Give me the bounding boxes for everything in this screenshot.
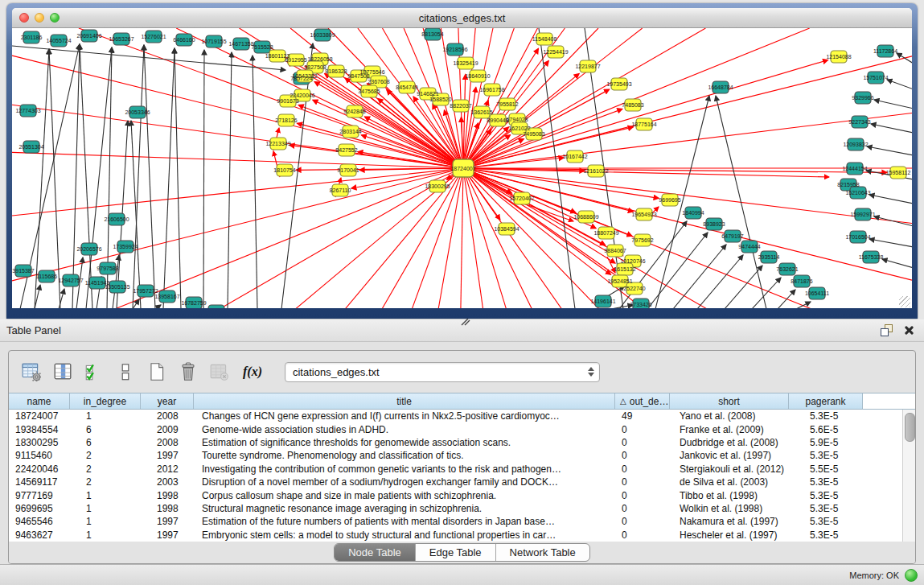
svg-text:1733426: 1733426 bbox=[630, 302, 651, 307]
table-row[interactable]: 1872400712008Changes of HCN gene express… bbox=[9, 410, 902, 422]
column-header-title[interactable]: title bbox=[194, 393, 615, 409]
svg-text:8454749: 8454749 bbox=[396, 84, 417, 90]
tab-node-table[interactable]: Node Table bbox=[335, 544, 416, 561]
table-cell: Corpus callosum shape and size in male p… bbox=[194, 490, 615, 501]
svg-text:9699695: 9699695 bbox=[659, 197, 680, 203]
select-rows-icon[interactable] bbox=[83, 361, 105, 383]
memory-status-label: Memory: OK bbox=[849, 571, 899, 580]
table-cell: 0 bbox=[615, 437, 670, 448]
table-cell: 0 bbox=[615, 463, 670, 475]
svg-text:16782759: 16782759 bbox=[181, 300, 206, 306]
table-column-icon[interactable] bbox=[51, 361, 73, 383]
table-row[interactable]: 946362711997Embryonic stem cells: a mode… bbox=[9, 529, 902, 542]
svg-text:11172864: 11172864 bbox=[873, 48, 897, 54]
table-source-select[interactable]: citations_edges.txt bbox=[285, 362, 600, 382]
table-cell: 2008 bbox=[141, 410, 194, 422]
tab-network-table[interactable]: Network Table bbox=[496, 544, 589, 561]
table-row[interactable]: 946554611997Estimation of the future num… bbox=[9, 515, 902, 528]
float-window-icon[interactable] bbox=[881, 324, 893, 336]
minimize-window-button[interactable] bbox=[35, 13, 44, 23]
svg-text:20053346: 20053346 bbox=[125, 109, 150, 115]
svg-text:1810754: 1810754 bbox=[273, 167, 295, 173]
svg-text:9227343: 9227343 bbox=[848, 119, 870, 125]
table-cell: 1997 bbox=[141, 450, 194, 461]
table-cell: 0 bbox=[615, 516, 670, 527]
svg-text:9884067: 9884067 bbox=[604, 248, 626, 253]
svg-text:6479197: 6479197 bbox=[721, 233, 743, 239]
select-stepper-icon bbox=[585, 363, 598, 381]
svg-text:1615132: 1615132 bbox=[614, 266, 635, 272]
svg-text:6466160: 6466160 bbox=[173, 37, 195, 43]
svg-text:17359924: 17359924 bbox=[113, 244, 138, 249]
table-row[interactable]: 977716911998Corpus callosum shape and si… bbox=[9, 488, 902, 501]
svg-text:12942757: 12942757 bbox=[58, 278, 83, 283]
svg-text:10543382: 10543382 bbox=[292, 73, 317, 79]
window-titlebar[interactable]: citations_edges.txt bbox=[12, 8, 912, 28]
svg-text:12254419: 12254419 bbox=[543, 49, 568, 55]
table-cell: Franke et al. (2009) bbox=[670, 424, 789, 435]
column-header-short[interactable]: short bbox=[670, 393, 789, 409]
svg-text:2367608: 2367608 bbox=[368, 79, 389, 84]
import-table-icon[interactable] bbox=[208, 361, 230, 383]
table-row[interactable]: 969969511998Structural magnetic resonanc… bbox=[9, 502, 902, 515]
scrollbar-thumb[interactable] bbox=[905, 413, 915, 442]
table-row[interactable]: 2242004622012Investigating the contribut… bbox=[9, 463, 902, 476]
zoom-window-button[interactable] bbox=[50, 13, 60, 23]
table-cell: 0 bbox=[615, 450, 670, 461]
svg-text:19735493: 19735493 bbox=[606, 81, 631, 87]
table-cell: 5.3E-5 bbox=[789, 410, 863, 422]
close-icon[interactable] bbox=[904, 325, 914, 336]
svg-text:9797588: 9797588 bbox=[97, 266, 118, 271]
traffic-lights bbox=[19, 13, 60, 23]
svg-text:1840994: 1840994 bbox=[682, 210, 704, 216]
svg-text:10120746: 10120746 bbox=[620, 258, 645, 264]
delete-icon[interactable] bbox=[177, 361, 199, 383]
svg-text:7515528: 7515528 bbox=[251, 44, 273, 50]
table-cell: Tourette syndrome. Phenomenology and cla… bbox=[194, 450, 615, 461]
table-toolbar: f(x) citations_edges.txt bbox=[9, 351, 915, 393]
svg-text:16210643: 16210643 bbox=[845, 190, 870, 196]
table-settings-icon[interactable] bbox=[20, 361, 42, 383]
function-builder-icon[interactable]: f(x) bbox=[243, 365, 262, 379]
svg-text:16648784: 16648784 bbox=[708, 84, 733, 90]
table-cell: 18300295 bbox=[9, 437, 70, 448]
svg-text:15958112: 15958112 bbox=[886, 170, 911, 175]
svg-text:10384594: 10384594 bbox=[494, 226, 519, 232]
merge-rows-icon[interactable] bbox=[114, 361, 136, 383]
table-cell: 2009 bbox=[141, 424, 194, 435]
svg-text:16033809: 16033809 bbox=[310, 32, 335, 38]
svg-text:11675338: 11675338 bbox=[859, 254, 884, 260]
network-canvas[interactable]: 2301186140557242069140610653267152760216… bbox=[12, 28, 912, 308]
table-tabs: Node TableEdge TableNetwork Table bbox=[334, 543, 590, 562]
table-cell: 9115460 bbox=[9, 450, 70, 461]
table-cell: 22420046 bbox=[9, 463, 70, 475]
svg-text:9847508: 9847508 bbox=[347, 73, 369, 79]
table-panel-title: Table Panel bbox=[6, 324, 881, 336]
column-header-pagerank[interactable]: pagerank bbox=[789, 393, 863, 409]
table-row[interactable]: 911546021997Tourette syndrome. Phenomeno… bbox=[9, 449, 902, 462]
column-header-out_de[interactable]: △out_de… bbox=[615, 393, 670, 409]
node-table: namein_degreeyeartitle△out_de…shortpager… bbox=[9, 393, 915, 542]
table-cell: de Silva et al. (2003) bbox=[670, 476, 789, 488]
table-cell: 5.3E-5 bbox=[789, 450, 863, 461]
svg-text:22420046: 22420046 bbox=[290, 93, 314, 98]
table-row[interactable]: 1456911722003Disruption of a novel membe… bbox=[9, 476, 902, 488]
column-header-name[interactable]: name bbox=[9, 393, 70, 409]
column-header-year[interactable]: year bbox=[141, 393, 194, 409]
table-cell: Jankovic et al. (1997) bbox=[670, 450, 789, 461]
close-window-button[interactable] bbox=[19, 13, 29, 23]
network-window: citations_edges.txt 23011861405572420691… bbox=[12, 8, 912, 308]
tab-edge-table[interactable]: Edge Table bbox=[416, 544, 496, 561]
column-header-in_degree[interactable]: in_degree bbox=[70, 393, 141, 409]
vertical-scrollbar[interactable] bbox=[902, 410, 915, 542]
svg-text:9827508: 9827508 bbox=[304, 64, 326, 70]
svg-text:12774303: 12774303 bbox=[15, 108, 40, 113]
table-row[interactable]: 1830029562008Estimation of significance … bbox=[9, 436, 902, 449]
svg-text:12093832: 12093832 bbox=[843, 142, 868, 147]
table-row[interactable]: 1938455462009Genome-wide association stu… bbox=[9, 422, 902, 435]
table-cell: 2012 bbox=[141, 463, 194, 475]
resize-grip-icon[interactable] bbox=[899, 296, 910, 307]
table-cell: 9463627 bbox=[9, 529, 70, 541]
svg-text:8427552: 8427552 bbox=[335, 147, 357, 153]
new-document-icon[interactable] bbox=[146, 361, 167, 383]
